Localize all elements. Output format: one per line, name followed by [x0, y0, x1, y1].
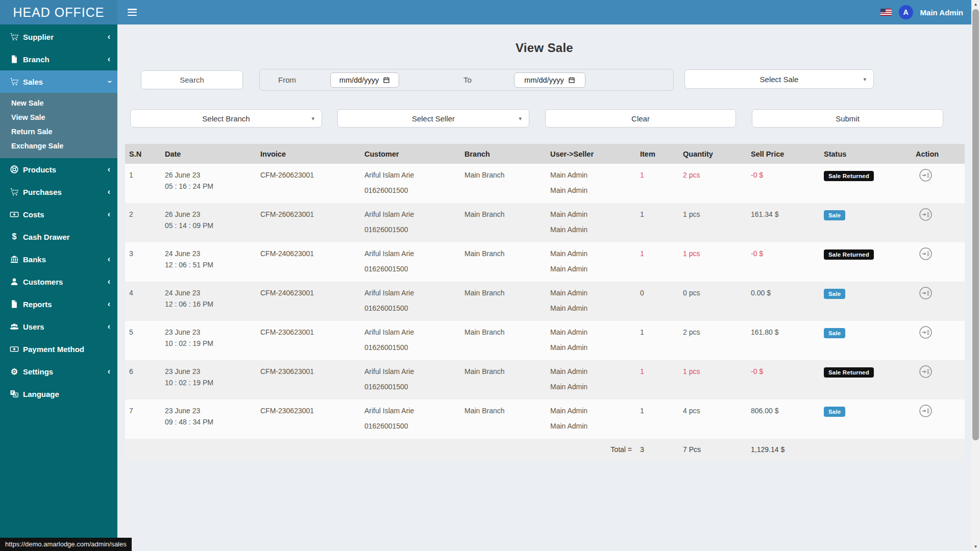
sidebar-item-costs[interactable]: Costs ‹	[0, 203, 117, 226]
row-quantity: 0 pcs	[679, 282, 747, 321]
table-row: 623 June 2310 : 02 : 19 PMCFM-230623001A…	[125, 360, 965, 399]
column-header-date: Date	[161, 150, 256, 158]
sidebar-item-settings[interactable]: ⚙ Settings ‹	[0, 360, 117, 383]
row-action	[912, 321, 965, 360]
view-details-icon	[919, 247, 933, 261]
view-sale-action-button[interactable]	[919, 168, 933, 182]
cart-icon	[9, 187, 19, 197]
row-sell-price: 806.00 $	[747, 399, 820, 439]
total-items: 3	[636, 445, 679, 454]
select-branch-dropdown[interactable]: Select Branch ▾	[130, 109, 322, 128]
table-row: 126 June 2305 : 16 : 24 PMCFM-260623001A…	[125, 164, 965, 203]
view-sale-action-button[interactable]	[919, 286, 933, 300]
table-row: 424 June 2312 : 06 : 16 PMCFM-240623001A…	[125, 282, 965, 321]
status-badge: Sale	[824, 210, 845, 220]
dollar-icon: $	[9, 232, 19, 242]
view-sale-action-button[interactable]	[919, 365, 933, 379]
chevron-left-icon: ‹	[108, 278, 110, 286]
user-name[interactable]: Main Admin	[920, 8, 963, 17]
submenu-item-new-sale[interactable]: New Sale	[0, 96, 117, 110]
table-total-row: Total = 3 7 Pcs 1,129.14 $	[125, 439, 965, 460]
sidebar: HEAD OFFICE Supplier ‹ Branch ‹ Sales ‹ …	[0, 0, 117, 551]
search-input[interactable]	[141, 70, 243, 89]
clear-button[interactable]: Clear	[545, 109, 736, 128]
row-user-seller: Main AdminMain Admin	[546, 321, 636, 360]
chevron-left-icon: ‹	[108, 322, 110, 331]
scrollbar-thumb[interactable]	[972, 9, 979, 440]
money-bill-icon	[9, 344, 19, 354]
app-title: HEAD OFFICE	[0, 0, 117, 24]
calendar-icon[interactable]	[568, 77, 575, 84]
submit-button[interactable]: Submit	[752, 109, 943, 128]
table-row: 723 June 2309 : 48 : 34 PMCFM-230623001A…	[125, 399, 965, 439]
view-sale-action-button[interactable]	[919, 325, 933, 339]
view-details-icon	[919, 365, 933, 379]
row-item: 1	[636, 164, 679, 203]
row-status: Sale Returned	[820, 242, 912, 282]
sidebar-item-products[interactable]: Products ‹	[0, 158, 117, 181]
sidebar-item-payment-method[interactable]: Payment Method	[0, 338, 117, 360]
row-date: 24 June 2312 : 06 : 51 PM	[161, 242, 256, 282]
row-user-seller: Main AdminMain Admin	[546, 399, 636, 439]
sidebar-item-sales[interactable]: Sales ‹	[0, 70, 117, 93]
row-customer: Ariful Islam Arie01626001500	[360, 282, 460, 321]
row-customer: Ariful Islam Arie01626001500	[360, 399, 460, 439]
sidebar-item-cash-drawer[interactable]: $ Cash Drawer	[0, 226, 117, 248]
view-sale-action-button[interactable]	[919, 404, 933, 418]
view-sale-action-button[interactable]	[919, 247, 933, 261]
row-branch: Main Branch	[460, 242, 546, 282]
sidebar-item-purchases[interactable]: Purchases ‹	[0, 181, 117, 203]
view-details-icon	[919, 404, 933, 418]
scroll-down-arrow-icon[interactable]: ▼	[971, 542, 980, 551]
from-label: From	[278, 69, 296, 90]
sidebar-item-banks[interactable]: Banks ‹	[0, 248, 117, 270]
menu-toggle-icon[interactable]	[128, 9, 137, 16]
select-sale-dropdown[interactable]: Select Sale ▾	[684, 69, 874, 89]
row-action	[912, 242, 965, 282]
row-customer: Ariful Islam Arie01626001500	[360, 321, 460, 360]
row-item: 0	[636, 282, 679, 321]
status-badge: Sale Returned	[824, 367, 874, 378]
status-badge: Sale	[824, 289, 845, 299]
file-icon	[9, 299, 19, 309]
from-date-input[interactable]: mm/dd/yyyy	[330, 72, 399, 88]
table-row: 324 June 2312 : 06 : 51 PMCFM-240623001A…	[125, 242, 965, 282]
submenu-item-view-sale[interactable]: View Sale	[0, 110, 117, 124]
scroll-up-arrow-icon[interactable]: ▲	[971, 0, 980, 9]
sidebar-item-users[interactable]: Users ‹	[0, 315, 117, 338]
user-icon	[9, 277, 19, 287]
status-badge: Sale Returned	[824, 249, 874, 260]
sidebar-item-branch[interactable]: Branch ‹	[0, 48, 117, 70]
sidebar-item-reports[interactable]: Reports ‹	[0, 293, 117, 315]
row-invoice: CFM-230623001	[256, 360, 360, 399]
row-invoice: CFM-240623001	[256, 242, 360, 282]
date-placeholder: mm/dd/yyyy	[524, 76, 564, 84]
sidebar-item-supplier[interactable]: Supplier ‹	[0, 26, 117, 48]
sidebar-item-language[interactable]: Language	[0, 383, 117, 405]
calendar-icon[interactable]	[383, 77, 390, 84]
row-customer: Ariful Islam Arie01626001500	[360, 242, 460, 282]
column-header-sell-price: Sell Price	[747, 150, 820, 158]
view-sale-action-button[interactable]	[919, 208, 933, 221]
row-action	[912, 360, 965, 399]
submenu-item-exchange-sale[interactable]: Exchange Sale	[0, 139, 117, 153]
row-date: 23 June 2310 : 02 : 19 PM	[161, 321, 256, 360]
row-invoice: CFM-260623001	[256, 203, 360, 242]
row-invoice: CFM-230623001	[256, 321, 360, 360]
row-date: 23 June 2310 : 02 : 19 PM	[161, 360, 256, 399]
bank-icon	[9, 254, 19, 264]
total-label: Total =	[546, 445, 636, 454]
sidebar-item-customers[interactable]: Customers ‹	[0, 270, 117, 293]
submenu-item-return-sale[interactable]: Return Sale	[0, 124, 117, 139]
main-content: View Sale From mm/dd/yyyy To mm/dd/yyyy …	[117, 24, 971, 551]
row-sn: 6	[125, 360, 161, 399]
select-seller-dropdown[interactable]: Select Seller ▾	[337, 109, 529, 128]
row-item: 1	[636, 321, 679, 360]
row-user-seller: Main AdminMain Admin	[546, 360, 636, 399]
row-date: 26 June 2305 : 14 : 09 PM	[161, 203, 256, 242]
column-header-branch: Branch	[460, 150, 546, 158]
row-customer: Ariful Islam Arie01626001500	[360, 164, 460, 203]
us-flag-icon[interactable]	[880, 9, 892, 16]
avatar[interactable]: A	[899, 5, 913, 19]
to-date-input[interactable]: mm/dd/yyyy	[514, 72, 585, 88]
